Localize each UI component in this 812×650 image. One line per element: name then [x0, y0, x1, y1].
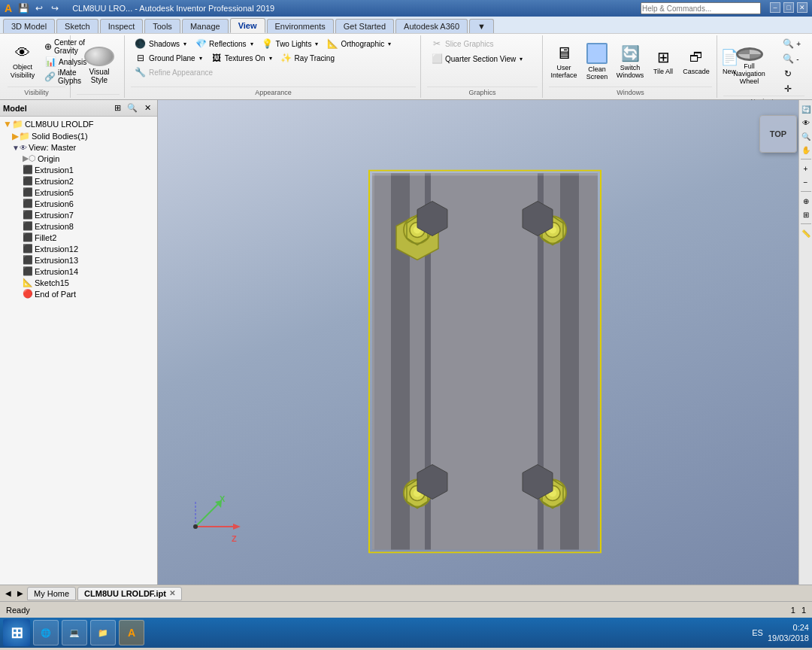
tile-all-btn[interactable]: ⊞ Tile All — [648, 41, 678, 83]
rt-orbit-btn[interactable]: 🔄 — [800, 103, 812, 115]
rt-fit-btn[interactable]: ⊞ — [800, 208, 812, 220]
zoom-in-btn[interactable]: 🔍 + — [778, 37, 804, 50]
taskbar-browser[interactable]: 🌐 — [33, 620, 59, 645]
tab-nav-right[interactable]: ▶ — [15, 588, 26, 598]
sidebar-close-btn[interactable]: ✕ — [141, 102, 154, 115]
qa-undo[interactable]: ↩ — [32, 2, 46, 15]
sidebar-filter-btn[interactable]: ⊞ — [111, 102, 124, 115]
tab-nav-left[interactable]: ◀ — [3, 588, 14, 598]
visibility-group-label: Visibility — [8, 87, 65, 96]
ribbon: 3D Model Sketch Inspect Tools Manage Vie… — [0, 17, 812, 100]
center-gravity-icon: ⊕ — [44, 41, 52, 53]
user-interface-btn[interactable]: 🖥 UserInterface — [549, 41, 579, 83]
reflections-btn[interactable]: 💎 Reflections ▾ — [191, 37, 256, 50]
quarter-section-btn[interactable]: ⬜ Quarter Section View ▾ — [427, 52, 526, 65]
win-close-btn[interactable]: ✕ — [797, 2, 807, 13]
slice-graphics-btn[interactable]: ✂ Slice Graphics — [427, 37, 497, 50]
start-button[interactable]: ⊞ — [3, 619, 30, 646]
refine-btn[interactable]: 🔧 Refine Appearance — [131, 65, 217, 79]
rt-divider3 — [801, 223, 811, 224]
tab-a360[interactable]: Autodesk A360 — [395, 19, 468, 33]
tab-environments[interactable]: Environments — [267, 19, 334, 33]
sidebar-search-btn[interactable]: 🔍 — [126, 102, 139, 115]
ray-tracing-btn[interactable]: ✨ Ray Tracing — [277, 51, 338, 65]
qa-redo[interactable]: ↪ — [48, 2, 62, 15]
ground-plane-btn[interactable]: ⊟ Ground Plane ▾ — [131, 51, 206, 65]
orthographic-btn[interactable]: 📐 Orthographic ▾ — [323, 37, 395, 50]
tab-get-started[interactable]: Get Started — [335, 19, 394, 33]
shadows-btn[interactable]: 🌑 Shadows ▾ — [131, 37, 190, 50]
tab-manage[interactable]: Manage — [182, 19, 229, 33]
textures-btn[interactable]: 🖼 Textures On ▾ — [207, 51, 276, 65]
extrusion7-icon: ⬛ — [23, 210, 33, 220]
tree-item-extrusion7[interactable]: ⬛ Extrusion7 — [2, 209, 156, 220]
nav-wheel-btn[interactable]: Full NavigationWheel — [723, 45, 775, 87]
taskbar-inventor[interactable]: A — [119, 620, 144, 645]
taskbar-files[interactable]: 📁 — [90, 620, 116, 645]
tree-item-extrusion6[interactable]: ⬛ Extrusion6 — [2, 198, 156, 209]
tree-item-extrusion2[interactable]: ⬛ Extrusion2 — [2, 175, 156, 187]
reflections-label: Reflections — [209, 40, 246, 48]
rt-divider2 — [801, 191, 811, 192]
tree-item-origin[interactable]: ▶⬡ Origin — [2, 153, 156, 164]
qa-save[interactable]: 💾 — [17, 2, 30, 15]
clean-screen-btn[interactable]: CleanScreen — [582, 41, 612, 83]
tab-inspect[interactable]: Inspect — [100, 19, 143, 33]
rt-pan-btn[interactable]: ✋ — [800, 144, 812, 156]
tree-item-extrusion12[interactable]: ⬛ Extrusion12 — [2, 243, 156, 254]
ortho-arrow: ▾ — [388, 41, 391, 47]
solid-bodies-icon: ▶📁 — [12, 131, 30, 141]
search-box-title[interactable] — [641, 2, 761, 14]
tab-more[interactable]: ▼ — [469, 19, 494, 33]
sidebar-title: Model — [3, 104, 27, 113]
rt-zoom-out-btn[interactable]: − — [800, 176, 812, 188]
lights-btn[interactable]: 💡 Two Lights ▾ — [258, 37, 323, 50]
rotate-btn[interactable]: ↻ — [778, 67, 804, 80]
rt-zoom-btn[interactable]: 🔍 — [800, 130, 812, 142]
pan-btn[interactable]: ✛ — [778, 82, 804, 96]
rt-zoom-in-btn[interactable]: + — [800, 162, 812, 175]
tab-3d-model[interactable]: 3D Model — [3, 19, 55, 33]
tree-item-end-of-part[interactable]: 🔴 End of Part — [2, 288, 156, 299]
tab-view[interactable]: View — [230, 18, 265, 33]
ribbon-content: 👁 ObjectVisibility ⊕ Center of Gravity 📊… — [0, 33, 812, 99]
tree-item-sketch15[interactable]: 📐 Sketch15 — [2, 277, 156, 288]
taskbar-time: 0:24 19/03/2018 — [768, 622, 809, 644]
extrusion2-label: Extrusion2 — [35, 177, 74, 186]
tree-item-extrusion5[interactable]: ⬛ Extrusion5 — [2, 187, 156, 198]
tree-item-view-master[interactable]: ▼👁 View: Master — [2, 142, 156, 153]
content-area: Model ⊞ 🔍 ✕ ▼📁 CLM8UU LROLDF ▶📁 Solid Bo… — [0, 100, 812, 585]
rt-measure-btn[interactable]: 📏 — [800, 227, 812, 239]
tree-item-fillet2[interactable]: ⬛ Fillet2 — [2, 232, 156, 243]
tab-close-btn[interactable]: ✕ — [169, 589, 175, 597]
svg-text:X: X — [220, 494, 226, 503]
switch-windows-btn[interactable]: 🔄 SwitchWindows — [615, 41, 645, 83]
tree-item-extrusion14[interactable]: ⬛ Extrusion14 — [2, 266, 156, 277]
shadows-arrow: ▾ — [183, 41, 186, 47]
object-visibility-btn[interactable]: 👁 ObjectVisibility — [8, 41, 38, 83]
tab-tools[interactable]: Tools — [144, 19, 180, 33]
switch-icon: 🔄 — [621, 44, 639, 62]
viewcube-label[interactable]: TOP — [759, 115, 797, 153]
viewcube[interactable]: TOP — [759, 115, 797, 153]
tree-item-extrusion13[interactable]: ⬛ Extrusion13 — [2, 254, 156, 266]
taskbar-lang: ES — [752, 628, 763, 637]
cascade-btn[interactable]: 🗗 Cascade — [681, 41, 711, 83]
tree-item-solid-bodies[interactable]: ▶📁 Solid Bodies(1) — [2, 130, 156, 142]
rt-look-btn[interactable]: 👁 — [800, 117, 812, 129]
rt-center-btn[interactable]: ⊕ — [800, 195, 812, 207]
tree-item-extrusion8[interactable]: ⬛ Extrusion8 — [2, 220, 156, 232]
viewport[interactable]: TOP — [158, 100, 812, 585]
visual-style-btn[interactable]: Visual Style — [77, 44, 122, 87]
win-min-btn[interactable]: – — [770, 2, 780, 13]
zoom-out-btn[interactable]: 🔍 - — [778, 52, 804, 65]
tab-clm8uu[interactable]: CLM8UU LROLDF.ipt ✕ — [77, 587, 182, 600]
win-max-btn[interactable]: □ — [783, 2, 794, 13]
tree-item-root[interactable]: ▼📁 CLM8UU LROLDF — [2, 118, 156, 130]
search-input[interactable] — [641, 2, 761, 14]
taskbar-explorer[interactable]: 💻 — [62, 620, 87, 645]
tab-my-home[interactable]: My Home — [27, 587, 76, 600]
tree-item-extrusion1[interactable]: ⬛ Extrusion1 — [2, 164, 156, 175]
tab-sketch[interactable]: Sketch — [56, 19, 98, 33]
ribbon-group-navigate: Full NavigationWheel 🔍 + 🔍 - ↻ — [719, 35, 809, 98]
